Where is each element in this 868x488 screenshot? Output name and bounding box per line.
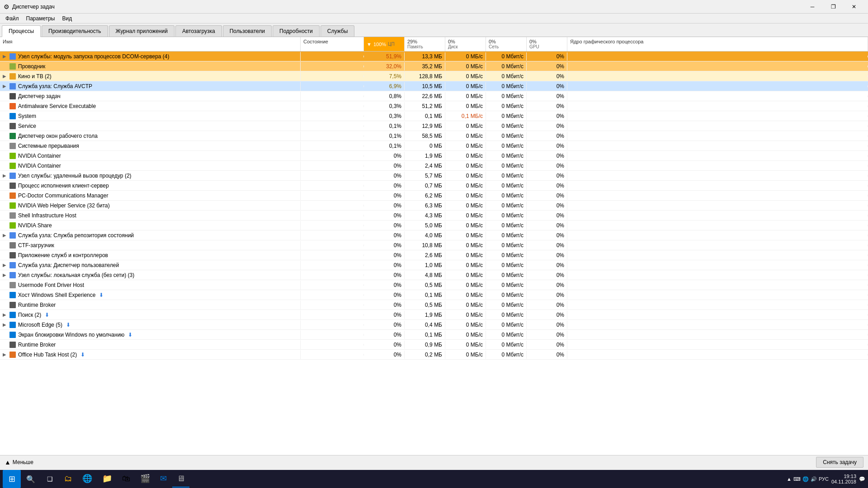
process-list[interactable]: ▶Узел службы: модуль запуска процессов D… — [0, 52, 868, 455]
process-icon — [9, 341, 16, 348]
expand-arrow[interactable]: ▶ — [3, 173, 7, 178]
expand-arrow[interactable]: ▶ — [3, 54, 7, 59]
process-disk-cell: 0 МБ/с — [445, 261, 486, 269]
taskbar-app-folder[interactable]: 📁 — [98, 470, 117, 488]
process-cpu-cell: 0% — [364, 182, 405, 190]
process-network-cell: 0 Мбит/с — [486, 251, 527, 259]
col-cpu[interactable]: ▼ 100% ЦП — [364, 37, 405, 51]
table-row[interactable]: ▶Office Hub Task Host (2)⬇0%0,2 МБ0 МБ/с… — [0, 350, 868, 360]
table-row[interactable]: Проводник32,0%35,2 МБ0 МБ/с0 Мбит/с0% — [0, 61, 868, 71]
table-row[interactable]: NVIDIA Share0%5,0 МБ0 МБ/с0 Мбит/с0% — [0, 221, 868, 230]
table-row[interactable]: Диспетчер окон рабочего стола0,1%58,5 МБ… — [0, 131, 868, 141]
process-name-cell: NVIDIA Web Helper Service (32 бита) — [0, 201, 301, 210]
table-row[interactable]: NVIDIA Container0%2,4 МБ0 МБ/с0 Мбит/с0% — [0, 161, 868, 171]
table-row[interactable]: Runtime Broker0%0,9 МБ0 МБ/с0 Мбит/с0% — [0, 340, 868, 350]
table-row[interactable]: Диспетчер задач0,8%22,6 МБ0 МБ/с0 Мбит/с… — [0, 91, 868, 101]
taskbar-app-edge[interactable]: 🌐 — [78, 470, 97, 488]
expand-arrow[interactable]: ▶ — [3, 272, 7, 277]
process-icon — [9, 212, 16, 219]
table-row[interactable]: ▶Поиск (2)⬇0%1,9 МБ0 МБ/с0 Мбит/с0% — [0, 310, 868, 320]
minimize-button[interactable]: ─ — [802, 0, 823, 14]
table-row[interactable]: Экран блокировки Windows по умолчанию⬇0%… — [0, 330, 868, 340]
process-name-text: NVIDIA Container — [18, 163, 61, 169]
process-gpu-engine-cell — [567, 254, 868, 256]
table-row[interactable]: ▶Узел службы: модуль запуска процессов D… — [0, 52, 868, 61]
tab-users[interactable]: Пользователи — [223, 25, 272, 37]
process-status-cell — [301, 75, 364, 77]
table-row[interactable]: NVIDIA Web Helper Service (32 бита)0%6,3… — [0, 201, 868, 211]
table-row[interactable]: Приложение служб и контроллеров0%2,6 МБ0… — [0, 250, 868, 260]
col-disk[interactable]: 0% Диск — [445, 37, 486, 51]
expand-arrow[interactable]: ▶ — [3, 263, 7, 267]
less-button[interactable]: ▲ Меньше — [5, 459, 33, 466]
expand-arrow[interactable]: ▶ — [3, 322, 7, 327]
table-row[interactable]: ▶Служба узла: Служба репозитория состоян… — [0, 230, 868, 240]
taskbar-app-active[interactable]: 🖥 — [172, 470, 189, 488]
table-row[interactable]: Процесс исполнения клиент-сервер0%0,7 МБ… — [0, 181, 868, 191]
table-row[interactable]: ▶Узел службы: локальная служба (без сети… — [0, 270, 868, 280]
col-name[interactable]: Имя — [0, 37, 301, 51]
time-block[interactable]: 19:13 04.11.2018 — [831, 474, 856, 484]
menu-file[interactable]: Файл — [2, 14, 23, 23]
process-network-cell: 0 Мбит/с — [486, 271, 527, 279]
table-row[interactable]: ▶Microsoft Edge (5)⬇0%0,4 МБ0 МБ/с0 Мбит… — [0, 320, 868, 330]
menu-options[interactable]: Параметры — [23, 14, 59, 23]
table-row[interactable]: ▶Узел службы: удаленный вызов процедур (… — [0, 171, 868, 181]
process-memory-cell: 128,8 МБ — [405, 72, 445, 80]
expand-arrow[interactable]: ▶ — [3, 352, 7, 357]
taskbar-app-movies[interactable]: 🎬 — [136, 470, 155, 488]
restore-button[interactable]: ❐ — [823, 0, 844, 14]
tab-processes[interactable]: Процессы — [2, 25, 41, 37]
process-name-text: Диспетчер окон рабочего стола — [18, 133, 98, 139]
tray-up-icon[interactable]: ▲ — [787, 476, 792, 482]
col-memory[interactable]: 29% Память — [405, 37, 445, 51]
svg-rect-12 — [9, 173, 16, 179]
taskbar-app-mail[interactable]: ✉ — [156, 470, 171, 488]
process-gpu-cell: 0% — [527, 202, 567, 210]
tab-startup[interactable]: Автозагрузка — [175, 25, 222, 37]
notification-icon[interactable]: 💬 — [859, 476, 865, 482]
col-network[interactable]: 0% Сеть — [486, 37, 527, 51]
expand-arrow[interactable]: ▶ — [3, 233, 7, 238]
table-row[interactable]: Usermode Font Driver Host0%0,5 МБ0 МБ/с0… — [0, 280, 868, 290]
task-view-button[interactable]: ❑ — [41, 470, 59, 488]
svg-rect-18 — [9, 232, 16, 239]
process-status-cell — [301, 205, 364, 206]
tab-details[interactable]: Подробности — [273, 25, 320, 37]
menu-view[interactable]: Вид — [58, 14, 75, 23]
table-row[interactable]: Системные прерывания0,1%0 МБ0 МБ/с0 Мбит… — [0, 141, 868, 151]
process-cpu-cell: 0% — [364, 301, 405, 309]
table-row[interactable]: Service0,1%12,9 МБ0 МБ/с0 Мбит/с0% — [0, 121, 868, 131]
table-row[interactable]: System0,3%0,1 МБ0,1 МБ/с0 Мбит/с0% — [0, 111, 868, 121]
process-name-cell: NVIDIA Container — [0, 161, 301, 170]
expand-arrow[interactable]: ▶ — [3, 84, 7, 89]
table-row[interactable]: PC-Doctor Communications Manager0%6,2 МБ… — [0, 191, 868, 201]
process-disk-cell: 0 МБ/с — [445, 132, 486, 140]
expand-arrow[interactable]: ▶ — [3, 312, 7, 317]
tab-performance[interactable]: Производительность — [42, 25, 108, 37]
tab-services[interactable]: Службы — [321, 25, 354, 37]
table-row[interactable]: ▶Служба узла: Диспетчер пользователей0%1… — [0, 260, 868, 270]
table-row[interactable]: Antimalware Service Executable0,3%51,2 М… — [0, 101, 868, 111]
table-row[interactable]: Runtime Broker0%0,5 МБ0 МБ/с0 Мбит/с0% — [0, 300, 868, 310]
taskbar-app-store[interactable]: 🛍 — [118, 470, 135, 488]
col-gpu[interactable]: 0% GPU — [527, 37, 567, 51]
col-gpu-engine[interactable]: Ядро графического процессора — [567, 37, 868, 51]
process-status-cell — [301, 284, 364, 286]
table-row[interactable]: Shell Infrastructure Host0%4,3 МБ0 МБ/с0… — [0, 211, 868, 221]
col-status[interactable]: Состояние — [301, 37, 364, 51]
end-task-button[interactable]: Снять задачу — [816, 457, 863, 468]
table-row[interactable]: ▶Служба узла: Служба AVCTP6,9%10,5 МБ0 М… — [0, 81, 868, 91]
process-network-cell: 0 Мбит/с — [486, 142, 527, 150]
table-row[interactable]: CTF-загрузчик0%10,8 МБ0 МБ/с0 Мбит/с0% — [0, 240, 868, 250]
table-row[interactable]: NVIDIA Container0%1,9 МБ0 МБ/с0 Мбит/с0% — [0, 151, 868, 161]
close-button[interactable]: ✕ — [844, 0, 864, 14]
start-button[interactable]: ⊞ — [3, 470, 21, 488]
process-gpu-cell: 0% — [527, 172, 567, 180]
table-row[interactable]: ▶Кино и ТВ (2)7,5%128,8 МБ0 МБ/с0 Мбит/с… — [0, 71, 868, 81]
taskbar-app-file-explorer[interactable]: 🗂 — [60, 470, 77, 488]
search-button[interactable]: 🔍 — [22, 470, 40, 488]
tab-app-history[interactable]: Журнал приложений — [109, 25, 175, 37]
expand-arrow[interactable]: ▶ — [3, 74, 7, 79]
table-row[interactable]: Хост Windows Shell Experience⬇0%0,1 МБ0 … — [0, 290, 868, 300]
